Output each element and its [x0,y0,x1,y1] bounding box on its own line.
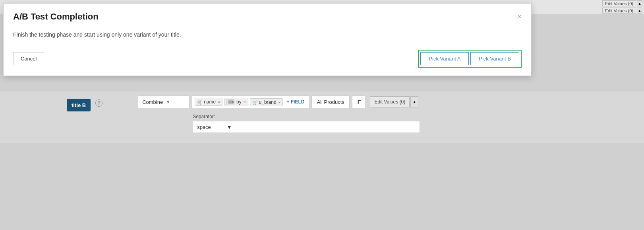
if-button[interactable]: IF [352,96,366,108]
cart-icon-ubrand: 🛒 [252,100,258,105]
keyboard-icon-by: ⌨ [226,99,235,105]
remove-by-field-button[interactable]: × [244,100,246,104]
modal-footer: Cancel Pick Variant A Pick Variant B [4,46,531,76]
pick-variant-b-button[interactable]: Pick Variant B [470,52,519,65]
separator-label: Separator: [193,114,420,119]
connector-line [104,106,136,106]
question-mark-icon[interactable]: ? [95,99,102,107]
separator-section: Separator: space ▼ [193,114,420,133]
field-ubrand-label: u_brand [259,99,277,105]
combine-label: Combine [142,99,163,105]
add-field-button[interactable]: + FIELD [284,98,306,105]
cancel-button[interactable]: Cancel [13,52,44,65]
field-by-label: by [236,99,242,105]
pick-variant-a-button[interactable]: Pick Variant A [420,52,469,65]
field-name-label: name [204,99,216,105]
separator-value: space [197,124,211,130]
variant-buttons-group: Pick Variant A Pick Variant B [418,50,522,68]
all-products-button[interactable]: All Products [311,96,349,108]
modal-title: A/B Test Completion [13,12,99,22]
field-tag-name: 🛒 name × [195,98,222,106]
combine-dropdown[interactable]: Combine ▼ [138,96,190,108]
ab-test-modal: A/B Test Completion × Finish the testing… [3,3,532,76]
arrow-title-b-button[interactable]: ▲ [410,96,418,107]
edit-values-title-b-button[interactable]: Edit Values (0) [370,96,410,107]
modal-close-button[interactable]: × [517,13,522,20]
modal-header: A/B Test Completion × [4,4,531,26]
modal-body: Finish the testing phase and start using… [4,26,531,46]
remove-name-field-button[interactable]: × [218,100,220,104]
title-b-badge[interactable]: title B [67,99,91,111]
modal-overlay: A/B Test Completion × Finish the testing… [0,0,644,96]
title-b-section: title B ? Combine ▼ 🛒 name × ⌨ by × [0,92,644,143]
field-tag-ubrand: 🛒 u_brand × [250,98,283,106]
cart-icon-name: 🛒 [197,99,203,105]
separator-arrow-icon: ▼ [227,124,232,130]
field-tag-by: ⌨ by × [224,98,248,106]
modal-body-text: Finish the testing phase and start using… [13,31,181,38]
combine-arrow-icon: ▼ [166,100,170,104]
separator-dropdown[interactable]: space ▼ [193,121,420,133]
remove-ubrand-field-button[interactable]: × [278,100,281,105]
fields-box: 🛒 name × ⌨ by × 🛒 u_brand × + FIELD [192,96,309,108]
